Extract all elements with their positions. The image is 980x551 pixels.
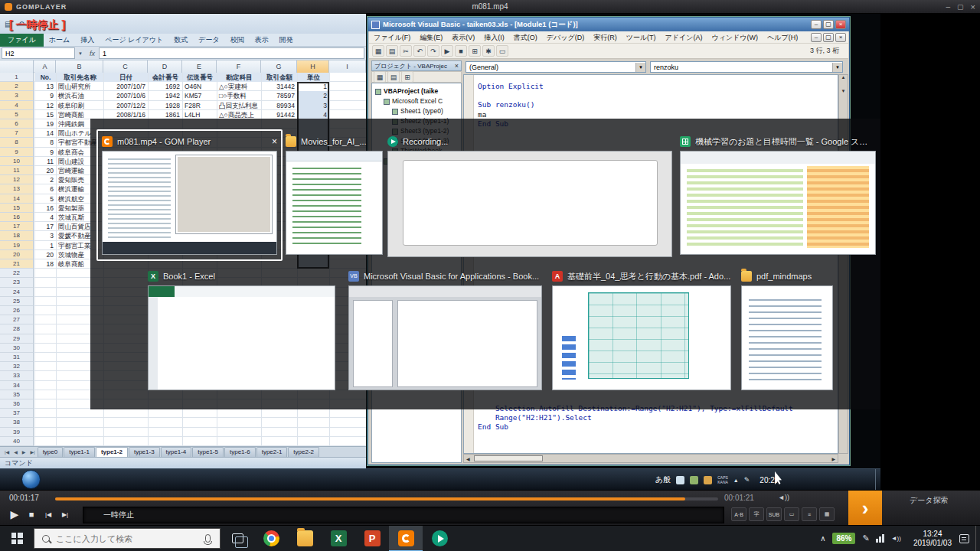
cell[interactable]: 6: [35, 184, 55, 194]
column-header[interactable]: B: [56, 60, 103, 73]
row-header[interactable]: 24: [0, 288, 34, 297]
row-header[interactable]: 12: [0, 175, 34, 184]
menu-item[interactable]: ツール(T): [622, 31, 661, 44]
toolbar-icon[interactable]: ↶: [413, 45, 426, 57]
side-panel-label[interactable]: データ探索: [910, 495, 948, 506]
volume-tray-icon[interactable]: ◄)): [891, 535, 901, 542]
maximize-button[interactable]: ▢: [957, 3, 964, 11]
cell[interactable]: 11: [35, 157, 55, 166]
row-header[interactable]: 34: [0, 381, 34, 390]
seek-bar[interactable]: [55, 497, 718, 500]
row-header[interactable]: 28: [0, 324, 34, 334]
header-cell[interactable]: 取引金額: [262, 73, 297, 82]
row-header[interactable]: 33: [0, 371, 34, 380]
network-icon[interactable]: [876, 534, 885, 543]
fx-icon[interactable]: fx: [86, 50, 99, 57]
vba-minimize-button[interactable]: –: [811, 20, 822, 29]
sheet-tab[interactable]: type1-5: [192, 447, 224, 457]
row-header[interactable]: 17: [0, 222, 34, 231]
window-thumbnail[interactable]: [387, 151, 672, 257]
cell[interactable]: 14: [35, 129, 55, 138]
row-header[interactable]: 15: [0, 204, 34, 213]
project-tree-item[interactable]: VBAProject (taike: [372, 86, 461, 96]
formula-input[interactable]: 1: [99, 47, 364, 59]
ribbon-tab[interactable]: 開発: [274, 34, 299, 47]
toolbar-icon[interactable]: ▭: [496, 45, 508, 57]
stop-button[interactable]: ■: [23, 506, 40, 523]
sheet-tab[interactable]: type1-1: [64, 447, 95, 457]
header-cell[interactable]: 単位: [298, 73, 329, 82]
screen-mode-button[interactable]: ▭: [784, 507, 799, 521]
project-explorer-caption[interactable]: プロジェクト - VBAProjec ×: [371, 60, 462, 71]
window-thumbnail[interactable]: [148, 285, 335, 390]
row-header[interactable]: 29: [0, 334, 34, 344]
taskbar-clock[interactable]: 13:24 2019/01/03: [913, 530, 952, 548]
toolbar-icon[interactable]: ■: [455, 45, 467, 57]
control-panel-button[interactable]: ▦: [819, 507, 835, 521]
taskbar-chrome[interactable]: [254, 526, 288, 551]
view-code-icon[interactable]: ▦: [374, 71, 386, 83]
sheet-nav-button[interactable]: |◀: [2, 447, 11, 458]
menu-item[interactable]: アドイン(A): [661, 31, 707, 44]
cell[interactable]: 1942: [149, 91, 181, 100]
cell[interactable]: 19: [35, 119, 55, 129]
toolbar-icon[interactable]: ⊞: [469, 45, 481, 57]
ribbon-tab[interactable]: データ: [193, 34, 224, 47]
horizontal-scrollbar[interactable]: ◀ ▶: [463, 454, 838, 463]
view-object-icon[interactable]: ▤: [387, 71, 400, 83]
volume-icon[interactable]: ◄)): [778, 494, 789, 501]
pen-tray-icon[interactable]: ✎: [862, 533, 869, 543]
name-box-dropdown-icon[interactable]: ▼: [75, 51, 86, 56]
module-minimize-button[interactable]: –: [811, 33, 822, 42]
cell[interactable]: 78597: [262, 91, 296, 100]
cell[interactable]: 1928: [149, 101, 181, 110]
ribbon-tab[interactable]: 挿入: [75, 34, 100, 47]
ab-repeat-button[interactable]: A·B: [731, 507, 746, 521]
row-header[interactable]: 26: [0, 306, 34, 315]
next-button[interactable]: ▶|: [57, 506, 74, 523]
sheet-nav-button[interactable]: ◀: [11, 447, 20, 458]
recorded-show-desktop[interactable]: [875, 469, 880, 491]
cell[interactable]: 12: [35, 101, 55, 110]
vba-maximize-button[interactable]: ▢: [823, 20, 834, 29]
show-desktop-button[interactable]: [975, 526, 980, 551]
cell[interactable]: O46N: [183, 82, 216, 91]
menu-item[interactable]: ヘルプ(H): [763, 31, 802, 44]
cell[interactable]: 17: [35, 222, 55, 231]
ribbon-tab[interactable]: ホーム: [44, 34, 75, 47]
cell[interactable]: 31442: [262, 82, 296, 91]
cell[interactable]: 16: [35, 204, 55, 213]
open-panel-button[interactable]: ›: [848, 491, 882, 526]
cell[interactable]: 岐阜印刷: [57, 101, 103, 110]
minimize-button[interactable]: –: [946, 2, 950, 11]
column-header[interactable]: A: [34, 60, 56, 73]
name-box[interactable]: H2: [2, 47, 75, 59]
window-thumbnail[interactable]: [348, 285, 542, 390]
ribbon-tab[interactable]: 数式: [168, 34, 193, 47]
row-header[interactable]: 19: [0, 241, 34, 250]
header-cell[interactable]: 伝送番号: [183, 73, 217, 82]
menu-item[interactable]: 実行(R): [589, 31, 622, 44]
column-header[interactable]: F: [217, 60, 261, 73]
cell[interactable]: 3: [35, 231, 55, 240]
cell[interactable]: 8: [35, 138, 55, 147]
taskbar-camtasia[interactable]: [423, 526, 456, 551]
cell[interactable]: 9: [35, 91, 55, 100]
tray-chevron-icon[interactable]: ∧: [820, 534, 825, 543]
cell[interactable]: 2007/10/7: [104, 82, 147, 91]
row-header[interactable]: 40: [0, 437, 34, 446]
cell[interactable]: 15: [35, 110, 55, 119]
vba-close-button[interactable]: ×: [835, 20, 846, 29]
row-header[interactable]: 30: [0, 344, 34, 353]
object-dropdown[interactable]: (General) ▼: [466, 61, 646, 73]
playlist-button[interactable]: ≡: [802, 507, 817, 521]
row-header[interactable]: 1: [0, 73, 34, 82]
menu-item[interactable]: 書式(O): [509, 31, 542, 44]
toolbar-icon[interactable]: ✂: [400, 45, 412, 57]
cell[interactable]: 1: [35, 241, 55, 250]
project-close-icon[interactable]: ×: [455, 62, 459, 70]
tray-icon[interactable]: [676, 476, 684, 484]
battery-indicator[interactable]: 86%: [832, 533, 855, 544]
menu-item[interactable]: ウィンドウ(W): [707, 31, 763, 44]
caption-button[interactable]: 字: [749, 507, 764, 521]
